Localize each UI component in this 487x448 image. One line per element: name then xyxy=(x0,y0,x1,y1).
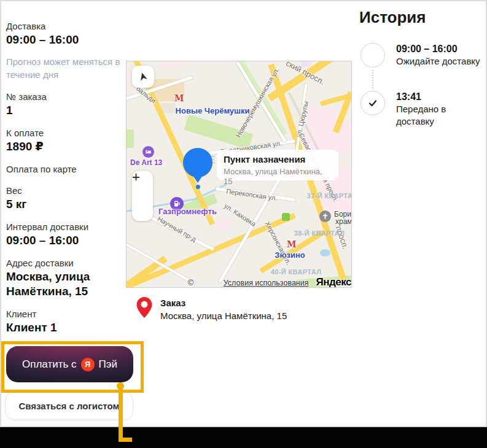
metro-label: Новые Черёмушки xyxy=(154,106,271,115)
client-value: Клиент 1 xyxy=(6,320,124,335)
done-step-time: 13:41 xyxy=(396,91,465,102)
street-label: Перекопская ул. xyxy=(226,187,278,202)
checkmark-icon xyxy=(367,97,379,109)
yandex-logo: Яндекс xyxy=(316,276,351,288)
street-label: Научный пр-д xyxy=(156,215,197,243)
timeline-connector xyxy=(372,70,486,88)
bottom-black-bar xyxy=(0,426,487,448)
yandex-pay-badge-icon: Я xyxy=(81,358,95,371)
history-item-pending: 09:00 – 16:00 Ожидайте доставку xyxy=(359,43,486,68)
destination-tooltip-address: Москва, улица Намёткина, 15 xyxy=(224,167,332,187)
order-title: Заказ xyxy=(160,297,287,309)
church-icon[interactable] xyxy=(319,210,331,222)
map-poi-square xyxy=(282,213,290,221)
pay-button[interactable]: Оплатить с Я Пэй xyxy=(6,346,133,382)
weight-label: Вес xyxy=(6,185,124,197)
church-label-line2: храм xyxy=(335,217,352,226)
metro-label: Зюзино xyxy=(259,250,321,260)
compass-button[interactable] xyxy=(132,66,154,88)
terms-of-use-link[interactable]: Условия использования xyxy=(224,279,309,287)
map-zoom-controls: + − xyxy=(132,171,153,221)
order-number-value: 1 xyxy=(6,103,124,118)
delivery-tracking-page: Доставка 09:00 – 16:00 Прогноз может мен… xyxy=(0,0,487,448)
street-label: просп. xyxy=(334,225,350,250)
destination-marker-dot xyxy=(196,185,200,189)
address-label: Адрес доставки xyxy=(6,257,124,269)
pending-step-status: Ожидайте доставку xyxy=(396,55,480,68)
map-pink-area xyxy=(217,220,230,228)
metro-icon: М xyxy=(174,93,184,103)
destination-tooltip: Пункт назначения Москва, улица Намёткина… xyxy=(217,150,338,180)
hotel-label: De Art 13 xyxy=(130,158,162,167)
map-attribution: © Яндекс Условия использования Яндекс xyxy=(188,276,351,288)
payment-method-label: Оплата по карте xyxy=(6,163,124,176)
order-address: Москва, улица Намёткина, 15 xyxy=(160,309,287,322)
delivery-label: Доставка xyxy=(6,20,124,33)
pay-button-suffix: Пэй xyxy=(99,358,117,371)
district-label: 37-Й КВАРТАЛ xyxy=(307,192,352,199)
forecast-note: Прогноз может меняться в течение дня xyxy=(6,55,124,81)
map-pond xyxy=(320,249,330,257)
map-green-area xyxy=(126,129,134,148)
weight-value: 5 кг xyxy=(6,197,124,212)
destination-marker[interactable] xyxy=(183,148,212,177)
metro-icon: М xyxy=(287,239,297,249)
district-label: 38-Й КВАРТАЛ xyxy=(294,230,345,237)
order-summary-row: Заказ Москва, улица Намёткина, 15 xyxy=(136,297,287,322)
pending-step-time: 09:00 – 16:00 xyxy=(396,43,480,55)
contact-logistician-button[interactable]: Связаться с логистом xyxy=(5,391,133,420)
done-step-circle xyxy=(360,91,385,115)
payment-amount-label: К оплате xyxy=(6,127,124,139)
yandex-map[interactable]: Болотниковская ул. Перекопская ул. Херсо… xyxy=(126,61,352,288)
history-panel: История 09:00 – 16:00 Ожидайте доставку … xyxy=(359,7,486,128)
history-title: История xyxy=(359,7,486,27)
interval-value: 09:00 – 16:00 xyxy=(6,233,124,248)
order-info-sidebar: Доставка 09:00 – 16:00 Прогноз может мен… xyxy=(6,20,124,344)
payment-amount-value: 1890 ₽ xyxy=(6,139,124,154)
map-pink-area xyxy=(308,108,335,133)
destination-marker-tail xyxy=(193,176,203,183)
map-area xyxy=(159,61,186,72)
fuel-station-label: Газпромнефть xyxy=(158,207,217,216)
order-number-label: № заказа xyxy=(6,91,124,103)
red-pin-icon xyxy=(136,297,152,318)
address-value: Москва, улица Намёткина, 15 xyxy=(6,269,124,299)
annotation-anchor-dot xyxy=(117,382,124,390)
history-item-done: 13:41 Передано в доставку xyxy=(359,91,486,128)
destination-tooltip-title: Пункт назначения xyxy=(224,154,332,165)
interval-label: Интервал доставки xyxy=(6,221,124,233)
pending-step-circle xyxy=(360,43,385,68)
client-label: Клиент xyxy=(6,308,124,320)
copyright-text: © Яндекс xyxy=(188,279,220,288)
district-label: 40-Й КВАРТАЛ xyxy=(271,268,322,276)
done-step-status: Передано в доставку xyxy=(396,103,465,128)
pay-button-prefix: Оплатить с xyxy=(22,358,77,371)
delivery-time-value: 09:00 – 16:00 xyxy=(6,33,124,47)
zoom-out-button[interactable]: − xyxy=(132,171,140,184)
hotel-icon[interactable] xyxy=(142,146,154,158)
